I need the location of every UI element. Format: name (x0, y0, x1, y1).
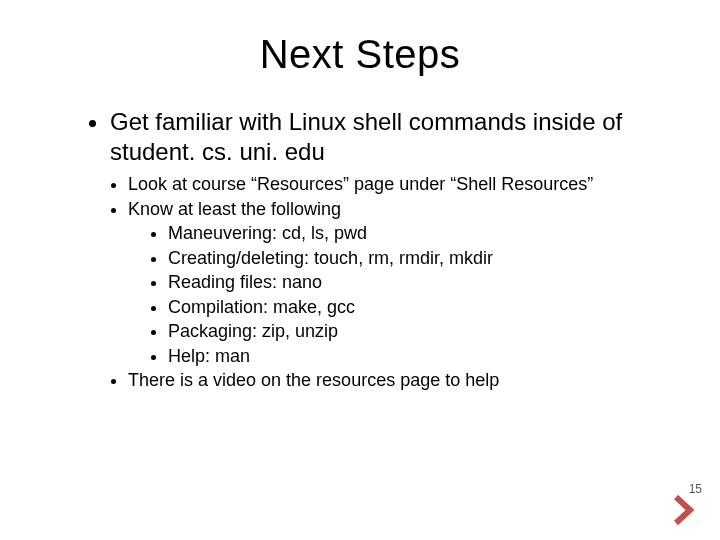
page-number: 15 (689, 482, 702, 496)
bullet-video: There is a video on the resources page t… (128, 369, 650, 392)
bullet-cmd: Packaging: zip, unzip (168, 320, 650, 343)
bullet-cmd: Help: man (168, 345, 650, 368)
bullet-cmd: Creating/deleting: touch, rm, rmdir, mkd… (168, 247, 650, 270)
bullet-resources: Look at course “Resources” page under “S… (128, 173, 650, 196)
bullet-cmd: Reading files: nano (168, 271, 650, 294)
bullet-know: Know at least the following Maneuvering:… (128, 198, 650, 368)
bullet-know-label: Know at least the following (128, 199, 341, 219)
bullet-main: Get familiar with Linux shell commands i… (110, 107, 650, 167)
slide-body: Get familiar with Linux shell commands i… (70, 107, 650, 392)
chevron-right-icon (674, 495, 700, 525)
bullet-cmd: Compilation: make, gcc (168, 296, 650, 319)
bullet-cmd: Maneuvering: cd, ls, pwd (168, 222, 650, 245)
slide-title: Next Steps (0, 32, 720, 77)
